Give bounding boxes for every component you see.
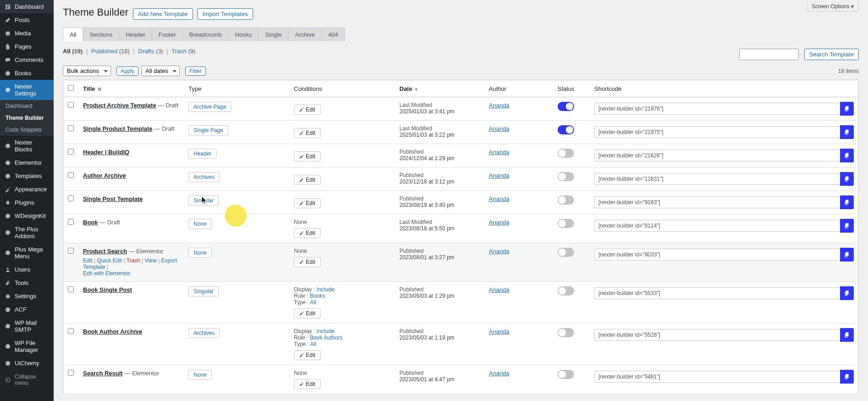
row-checkbox[interactable] bbox=[68, 328, 74, 334]
tab-404[interactable]: 404 bbox=[321, 28, 345, 41]
row-checkbox[interactable] bbox=[68, 195, 74, 201]
edit-conditions-button[interactable]: Edit bbox=[294, 350, 321, 360]
edit-conditions-button[interactable]: Edit bbox=[294, 379, 321, 389]
sidebar-subitem-theme-builder[interactable]: Theme Builder bbox=[0, 112, 54, 124]
copy-shortcode-button[interactable] bbox=[840, 248, 854, 262]
author-link[interactable]: Ananda bbox=[489, 102, 509, 109]
sidebar-item-wdesignkit[interactable]: WDesignKit bbox=[0, 209, 54, 223]
status-toggle[interactable] bbox=[558, 125, 574, 134]
tab-sections[interactable]: Sections bbox=[83, 28, 119, 41]
tab-hooks[interactable]: Hooks bbox=[228, 28, 259, 41]
filter-trash-link[interactable]: Trash bbox=[171, 48, 187, 55]
row-trash-link[interactable]: Trash bbox=[127, 257, 140, 264]
status-toggle[interactable] bbox=[558, 219, 574, 228]
row-checkbox[interactable] bbox=[68, 172, 74, 178]
tab-breadcrumb[interactable]: Breadcrumb bbox=[182, 28, 229, 41]
screen-options-button[interactable]: Screen Options ▾ bbox=[807, 2, 859, 11]
author-link[interactable]: Ananda bbox=[489, 149, 509, 156]
template-title-link[interactable]: Book Single Post bbox=[83, 286, 132, 293]
edit-conditions-button[interactable]: Edit bbox=[294, 151, 321, 162]
type-badge[interactable]: Archives bbox=[188, 172, 220, 182]
tab-all[interactable]: All bbox=[63, 28, 83, 41]
row-edit-link[interactable]: Edit bbox=[83, 257, 93, 264]
row-checkbox[interactable] bbox=[68, 248, 74, 254]
status-toggle[interactable] bbox=[558, 286, 574, 295]
shortcode-input[interactable] bbox=[594, 287, 840, 299]
row-checkbox[interactable] bbox=[68, 370, 74, 376]
row-checkbox[interactable] bbox=[68, 125, 74, 131]
author-link[interactable]: Ananda bbox=[489, 125, 509, 132]
author-link[interactable]: Ananda bbox=[489, 286, 509, 293]
shortcode-input[interactable] bbox=[594, 220, 840, 232]
template-title-link[interactable]: Author Archive bbox=[83, 172, 126, 179]
sidebar-subitem-dashboard[interactable]: Dashboard bbox=[0, 100, 54, 112]
collapse-menu-button[interactable]: Collapse menu bbox=[0, 370, 54, 390]
row-view-link[interactable]: View bbox=[145, 257, 157, 264]
status-toggle[interactable] bbox=[558, 195, 574, 205]
tab-archive[interactable]: Archive bbox=[288, 28, 321, 41]
sidebar-item-templates[interactable]: Templates bbox=[0, 169, 54, 183]
sidebar-item-media[interactable]: Media bbox=[0, 27, 54, 40]
shortcode-input[interactable] bbox=[594, 249, 840, 261]
import-templates-button[interactable]: Import Templates bbox=[197, 8, 253, 20]
copy-shortcode-button[interactable] bbox=[840, 172, 854, 186]
sidebar-item-plugins[interactable]: Plugins bbox=[0, 196, 54, 209]
sidebar-item-nexter-settings[interactable]: Nexter Settings bbox=[0, 80, 54, 100]
copy-shortcode-button[interactable] bbox=[840, 102, 854, 116]
author-link[interactable]: Ananda bbox=[489, 370, 509, 377]
search-button[interactable]: Search Template bbox=[804, 49, 859, 60]
copy-shortcode-button[interactable] bbox=[840, 195, 854, 209]
shortcode-input[interactable] bbox=[594, 126, 840, 138]
row-checkbox[interactable] bbox=[68, 219, 74, 225]
row-checkbox[interactable] bbox=[68, 102, 74, 108]
edit-conditions-button[interactable]: Edit bbox=[294, 308, 321, 318]
sidebar-item-books[interactable]: Books bbox=[0, 67, 54, 80]
sidebar-item-settings[interactable]: Settings bbox=[0, 290, 54, 303]
sidebar-item-comments[interactable]: Comments bbox=[0, 53, 54, 67]
template-title-link[interactable]: Single Post Template bbox=[83, 195, 143, 202]
row-checkbox[interactable] bbox=[68, 286, 74, 292]
copy-shortcode-button[interactable] bbox=[840, 125, 854, 139]
author-link[interactable]: Ananda bbox=[489, 219, 509, 226]
author-link[interactable]: Ananda bbox=[489, 172, 509, 179]
status-toggle[interactable] bbox=[558, 370, 574, 379]
sidebar-item-elementor[interactable]: Elementor bbox=[0, 156, 54, 169]
row-edit-elementor-link[interactable]: Edit with Elementor bbox=[83, 270, 130, 277]
template-title-link[interactable]: Search Result bbox=[83, 370, 123, 377]
type-badge[interactable]: Single Page bbox=[188, 125, 228, 135]
type-badge[interactable]: None bbox=[188, 248, 212, 258]
template-title-link[interactable]: Product Archive Template bbox=[83, 102, 156, 109]
search-input[interactable] bbox=[739, 49, 799, 60]
tab-single[interactable]: Single bbox=[258, 28, 288, 41]
column-title[interactable]: Title ⇅ bbox=[78, 80, 184, 97]
copy-shortcode-button[interactable] bbox=[840, 149, 854, 162]
edit-conditions-button[interactable]: Edit bbox=[294, 198, 321, 208]
sidebar-item-plus-mega-menu[interactable]: Plus Mega Menu bbox=[0, 243, 54, 263]
sidebar-item-nexter-blocks[interactable]: Nexter Blocks bbox=[0, 136, 54, 156]
apply-button[interactable]: Apply bbox=[116, 67, 138, 76]
author-link[interactable]: Ananda bbox=[489, 195, 509, 202]
select-all-checkbox[interactable] bbox=[68, 85, 74, 91]
template-title-link[interactable]: Book Author Archive bbox=[83, 328, 142, 335]
edit-conditions-button[interactable]: Edit bbox=[294, 105, 321, 115]
sidebar-item-uichemy[interactable]: UiChemy bbox=[0, 356, 54, 370]
bulk-actions-select[interactable]: Bulk actions bbox=[63, 66, 111, 76]
row-quick-edit-link[interactable]: Quick Edit bbox=[97, 257, 122, 264]
shortcode-input[interactable] bbox=[594, 329, 840, 341]
shortcode-input[interactable] bbox=[594, 173, 840, 185]
status-toggle[interactable] bbox=[558, 102, 574, 111]
author-link[interactable]: Ananda bbox=[489, 328, 509, 335]
tab-header[interactable]: Header bbox=[119, 28, 152, 41]
status-toggle[interactable] bbox=[558, 328, 574, 337]
edit-conditions-button[interactable]: Edit bbox=[294, 128, 321, 138]
date-filter-select[interactable]: All dates bbox=[141, 66, 180, 76]
template-title-link[interactable]: Header | BuildIQ bbox=[83, 149, 129, 156]
status-toggle[interactable] bbox=[558, 149, 574, 158]
filter-published-link[interactable]: Published bbox=[91, 48, 117, 55]
type-badge[interactable]: Singular bbox=[188, 286, 219, 296]
copy-shortcode-button[interactable] bbox=[840, 286, 854, 300]
sidebar-item-appearance[interactable]: Appearance bbox=[0, 183, 54, 196]
type-badge[interactable]: None bbox=[188, 219, 212, 229]
filter-drafts-link[interactable]: Drafts bbox=[138, 48, 155, 55]
type-badge[interactable]: Archives bbox=[188, 328, 220, 338]
